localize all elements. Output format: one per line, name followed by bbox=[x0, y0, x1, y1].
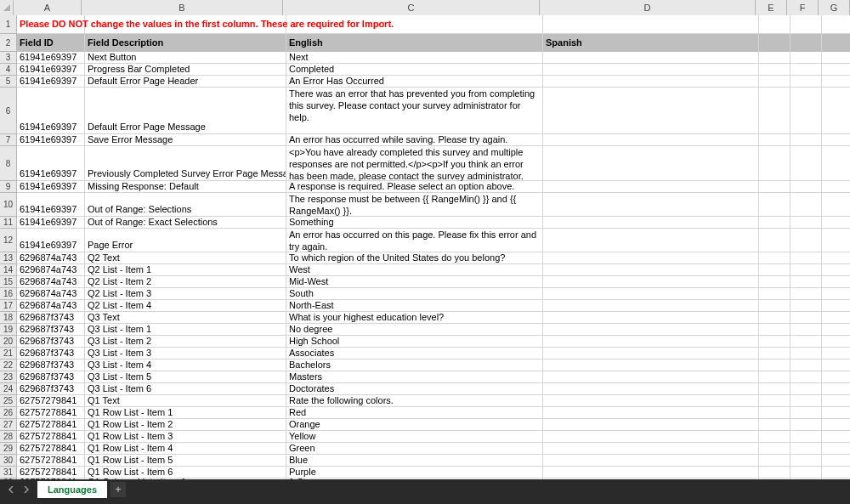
cell[interactable]: 629687f3743 bbox=[17, 371, 85, 383]
cell[interactable]: Q1 Row List - Item 3 bbox=[85, 431, 286, 443]
tab-nav-next[interactable] bbox=[20, 483, 33, 496]
cell[interactable] bbox=[822, 348, 850, 360]
cell[interactable] bbox=[759, 371, 790, 383]
cell[interactable]: Doctorates bbox=[286, 383, 543, 395]
cell[interactable] bbox=[759, 88, 790, 134]
cell[interactable] bbox=[543, 193, 759, 217]
cell[interactable] bbox=[759, 348, 790, 360]
cell[interactable] bbox=[790, 193, 822, 217]
column-header-F[interactable]: F bbox=[787, 0, 819, 15]
row-header-26[interactable]: 26 bbox=[0, 407, 16, 419]
cell[interactable] bbox=[759, 146, 790, 181]
row-header-30[interactable]: 30 bbox=[0, 455, 16, 467]
cell[interactable]: Q1 Row List - Item 4 bbox=[85, 443, 286, 455]
cell[interactable] bbox=[790, 15, 822, 34]
cell[interactable] bbox=[543, 371, 759, 383]
cell[interactable] bbox=[543, 300, 759, 312]
cell[interactable] bbox=[822, 395, 850, 407]
cell[interactable]: Progress Bar Completed bbox=[85, 64, 286, 76]
cell[interactable] bbox=[790, 252, 822, 264]
cell[interactable]: 62757278841 bbox=[17, 467, 85, 479]
cell[interactable] bbox=[759, 217, 790, 229]
cell[interactable]: 629687f3743 bbox=[17, 360, 85, 371]
cell[interactable] bbox=[543, 360, 759, 371]
row-header-25[interactable]: 25 bbox=[0, 395, 16, 407]
cell[interactable] bbox=[822, 52, 850, 64]
cell[interactable] bbox=[543, 252, 759, 264]
cell[interactable] bbox=[543, 276, 759, 288]
cell[interactable]: 62757278841 bbox=[17, 431, 85, 443]
cell[interactable] bbox=[790, 312, 822, 324]
cell[interactable] bbox=[759, 288, 790, 300]
cell[interactable] bbox=[759, 324, 790, 336]
cell[interactable] bbox=[822, 467, 850, 479]
cell[interactable] bbox=[822, 181, 850, 193]
cell[interactable]: Yellow bbox=[286, 431, 543, 443]
horizontal-scrollbar[interactable] bbox=[0, 500, 850, 504]
cell[interactable] bbox=[790, 134, 822, 146]
column-header-B[interactable]: B bbox=[82, 0, 283, 15]
cell[interactable] bbox=[822, 383, 850, 395]
cell[interactable] bbox=[543, 64, 759, 76]
cell[interactable]: Q2 List - Item 1 bbox=[85, 264, 286, 276]
cell[interactable] bbox=[543, 348, 759, 360]
cell[interactable] bbox=[790, 229, 822, 252]
cell[interactable] bbox=[822, 479, 850, 479]
row-header-3[interactable]: 3 bbox=[0, 52, 16, 64]
cell[interactable] bbox=[543, 324, 759, 336]
cell[interactable]: Field Description bbox=[85, 34, 286, 52]
cell[interactable]: Orange bbox=[286, 419, 543, 431]
column-header-G[interactable]: G bbox=[819, 0, 850, 15]
cell[interactable] bbox=[759, 467, 790, 479]
cell[interactable] bbox=[759, 229, 790, 252]
cell[interactable]: Rate the following colors. bbox=[286, 395, 543, 407]
cell[interactable]: 61941e69397 bbox=[17, 134, 85, 146]
row-header-6[interactable]: 6 bbox=[0, 88, 16, 134]
cell[interactable]: Q2 Text bbox=[85, 252, 286, 264]
cell[interactable] bbox=[543, 264, 759, 276]
cell[interactable]: An error has occurred on this page. Plea… bbox=[286, 229, 543, 252]
row-header-19[interactable]: 19 bbox=[0, 324, 16, 336]
cell[interactable] bbox=[759, 252, 790, 264]
cell[interactable] bbox=[790, 146, 822, 181]
cell[interactable]: 6296874a743 bbox=[17, 300, 85, 312]
cell[interactable]: 629687f3743 bbox=[17, 312, 85, 324]
cell[interactable] bbox=[543, 134, 759, 146]
cell[interactable] bbox=[790, 300, 822, 312]
cell[interactable] bbox=[790, 88, 822, 134]
cell[interactable] bbox=[822, 324, 850, 336]
cell[interactable]: High School bbox=[286, 336, 543, 348]
cell[interactable]: 1 Star bbox=[286, 479, 543, 479]
cell[interactable]: Red bbox=[286, 407, 543, 419]
cell[interactable] bbox=[790, 371, 822, 383]
cell[interactable]: 61941e69397 bbox=[17, 76, 85, 88]
cell[interactable] bbox=[759, 431, 790, 443]
cell[interactable] bbox=[822, 312, 850, 324]
cell[interactable]: 62757278841 bbox=[17, 407, 85, 419]
row-header-2[interactable]: 2 bbox=[0, 34, 16, 52]
cell[interactable]: West bbox=[286, 264, 543, 276]
cell[interactable] bbox=[543, 217, 759, 229]
cell[interactable] bbox=[790, 419, 822, 431]
cell[interactable]: 6296874a743 bbox=[17, 288, 85, 300]
row-header-5[interactable]: 5 bbox=[0, 76, 16, 88]
cell[interactable] bbox=[759, 360, 790, 371]
cell[interactable]: Purple bbox=[286, 467, 543, 479]
cell[interactable] bbox=[822, 64, 850, 76]
cell[interactable] bbox=[759, 395, 790, 407]
cell[interactable] bbox=[759, 52, 790, 64]
row-header-27[interactable]: 27 bbox=[0, 419, 16, 431]
cell[interactable]: 61941e69397 bbox=[17, 146, 85, 181]
cell[interactable] bbox=[759, 193, 790, 217]
cell[interactable]: 6296874a743 bbox=[17, 252, 85, 264]
cell[interactable] bbox=[759, 276, 790, 288]
row-header-14[interactable]: 14 bbox=[0, 264, 16, 276]
cell[interactable] bbox=[822, 134, 850, 146]
cell[interactable]: Q3 List - Item 3 bbox=[85, 348, 286, 360]
cell[interactable]: Mid-West bbox=[286, 276, 543, 288]
cell[interactable] bbox=[790, 348, 822, 360]
row-header-11[interactable]: 11 bbox=[0, 217, 16, 229]
row-header-28[interactable]: 28 bbox=[0, 431, 16, 443]
cell[interactable] bbox=[790, 264, 822, 276]
cell[interactable] bbox=[543, 419, 759, 431]
